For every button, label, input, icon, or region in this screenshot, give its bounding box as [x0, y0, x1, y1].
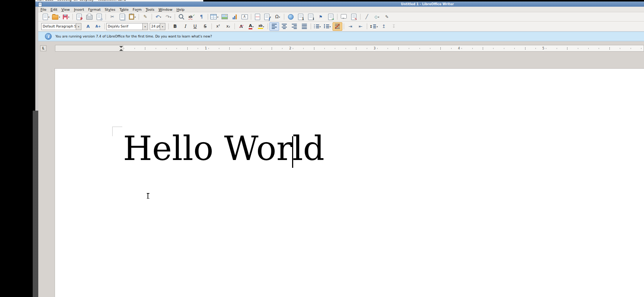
font-size-dropdown[interactable]: ▾ [160, 23, 165, 30]
strikethrough-button[interactable]: S [200, 22, 210, 31]
font-color-button[interactable]: A▾ [246, 22, 256, 31]
unordered-list-dropdown[interactable]: ▾ [320, 25, 321, 28]
save-button[interactable]: ▾ [61, 13, 71, 21]
track-changes-button[interactable]: ✎ [349, 13, 359, 21]
special-character-dropdown[interactable]: ▾ [279, 16, 280, 18]
menu-help[interactable]: Help [177, 7, 185, 12]
insert-chart-button[interactable] [230, 13, 239, 21]
underline-button[interactable]: U [190, 22, 200, 31]
spelling-button[interactable]: ab [187, 13, 196, 21]
insert-table-button[interactable]: ▾ [210, 13, 219, 21]
new-document-dropdown[interactable]: ▾ [48, 16, 49, 18]
line-spacing-dropdown[interactable]: ▾ [376, 25, 378, 28]
insert-line-button[interactable]: ╱ [362, 13, 372, 21]
page-break-button[interactable] [253, 13, 262, 21]
copy-button[interactable] [117, 13, 127, 21]
menu-tools[interactable]: Tools [146, 7, 154, 12]
draw-functions-icon: ✎ [385, 15, 388, 19]
draw-functions-button[interactable]: ✎ [382, 13, 392, 21]
basic-shapes-button[interactable]: ◇▾ [372, 13, 382, 21]
no-list-button[interactable] [333, 22, 342, 31]
decrease-indent-button[interactable]: ⇤ [356, 22, 365, 31]
increase-paragraph-spacing-button[interactable]: ↥ [379, 22, 388, 31]
paste-button[interactable]: ▾ [127, 13, 137, 21]
document-page[interactable]: Hello World [55, 69, 644, 297]
font-name-dropdown[interactable]: ▾ [142, 23, 148, 30]
export-pdf-button[interactable]: P [74, 13, 84, 21]
titlebar[interactable]: Untitled 1 - LibreOffice Writer [35, 1, 644, 7]
undo-dropdown[interactable]: ▾ [160, 16, 161, 18]
undo-button[interactable]: ↶▾ [153, 13, 163, 21]
print-button[interactable] [84, 13, 94, 21]
save-dropdown[interactable]: ▾ [68, 16, 69, 18]
insert-image-button[interactable] [220, 13, 229, 21]
cross-reference-button[interactable]: → [326, 13, 336, 21]
align-center-button[interactable] [279, 22, 289, 31]
clear-formatting-button[interactable]: A [236, 22, 246, 31]
align-justify-button[interactable] [300, 22, 309, 31]
unordered-list-button[interactable]: ▾ [313, 22, 322, 31]
find-replace-button[interactable] [177, 13, 186, 21]
undo-icon: ↶ [156, 14, 160, 19]
align-left-button[interactable] [269, 22, 279, 31]
ordered-list-button[interactable]: ▾ [323, 22, 332, 31]
horizontal-ruler[interactable]: 12345 [55, 45, 644, 52]
subscript-button[interactable]: x₂ [223, 22, 233, 31]
menu-styles[interactable]: Styles [105, 7, 116, 12]
menu-table[interactable]: Table [119, 7, 129, 12]
menu-window[interactable]: Window [158, 7, 172, 12]
ordered-list-dropdown[interactable]: ▾ [330, 25, 331, 28]
menu-insert[interactable]: Insert [74, 7, 84, 12]
insert-table-dropdown[interactable]: ▾ [217, 16, 218, 18]
paragraph-style-combobox[interactable]: Default Paragraph Style▾ [41, 23, 81, 30]
paragraph-style-dropdown[interactable]: ▾ [76, 23, 81, 30]
line-spacing-button[interactable]: ↕▾ [369, 22, 378, 31]
font-name-combobox[interactable]: DejaVu Serif▾ [106, 23, 148, 30]
insert-textbox-button[interactable]: A [240, 13, 249, 21]
toolbar-separator [344, 23, 344, 29]
insert-comment-button[interactable] [339, 13, 349, 21]
chart-bar [233, 17, 234, 19]
highlight-color-button[interactable]: ab▾ [256, 22, 266, 31]
menu-edit[interactable]: Edit [51, 7, 57, 12]
menu-view[interactable]: View [61, 7, 70, 12]
open-dropdown[interactable]: ▾ [59, 16, 60, 18]
insert-bookmark-button[interactable]: ⚑ [316, 13, 326, 21]
menu-file[interactable]: File [41, 7, 46, 12]
print-preview-button[interactable]: ○ [94, 13, 104, 21]
font-color-dropdown[interactable]: ▾ [252, 25, 253, 28]
indent-marker[interactable] [119, 46, 123, 51]
paste-dropdown[interactable]: ▾ [135, 16, 136, 18]
superscript-button[interactable]: x² [213, 22, 223, 31]
increase-indent-button[interactable]: ⇥ [346, 22, 355, 31]
infobar: i You are running version 7.4 of LibreOf… [38, 32, 644, 41]
insert-line-icon: ╱ [365, 14, 368, 19]
redo-dropdown[interactable]: ▾ [170, 16, 171, 18]
hyperlink-button[interactable] [286, 13, 295, 21]
bold-button[interactable]: B [170, 22, 180, 31]
icon-overlay: → [331, 18, 334, 21]
open-button[interactable]: ▾ [51, 13, 61, 21]
update-style-icon: A [87, 25, 90, 29]
cut-button[interactable]: ✂ [107, 13, 117, 21]
align-right-button[interactable] [289, 22, 299, 31]
new-document-button[interactable]: ▾ [41, 13, 51, 21]
menu-form[interactable]: Form [133, 7, 142, 12]
basic-shapes-dropdown[interactable]: ▾ [378, 16, 379, 18]
tab-stop-selector[interactable]: L [40, 45, 46, 51]
redo-button[interactable]: ↷▾ [164, 13, 173, 21]
font-size-combobox[interactable]: 24 pt▾ [150, 23, 165, 30]
highlight-color-dropdown[interactable]: ▾ [263, 25, 264, 28]
ordered-list-icon [324, 25, 329, 28]
formatting-marks-button[interactable]: ¶ [197, 13, 206, 21]
special-character-button[interactable]: Ω▾ [273, 13, 282, 21]
menu-format[interactable]: Format [88, 7, 101, 12]
update-style-button[interactable]: A [83, 22, 93, 31]
insert-footnote-button[interactable]: 1 [296, 13, 305, 21]
italic-button[interactable]: I [180, 22, 190, 31]
clone-formatting-button[interactable]: ✎ [140, 13, 150, 21]
insert-field-button[interactable]: ƒ▾ [263, 13, 272, 21]
insert-endnote-button[interactable]: i [306, 13, 315, 21]
print-icon [86, 15, 93, 20]
new-style-button[interactable]: A+ [93, 22, 103, 31]
